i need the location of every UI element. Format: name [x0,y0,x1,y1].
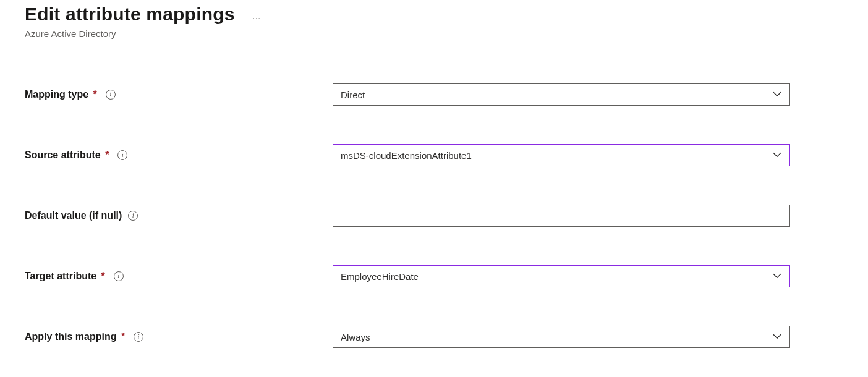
row-default-value: Default value (if null) i [25,205,868,227]
required-marker: * [105,150,109,160]
row-apply-mapping: Apply this mapping * i Always [25,326,868,348]
info-icon[interactable]: i [134,332,143,342]
label-mapping-type: Mapping type [25,89,88,100]
required-marker: * [93,89,97,100]
mapping-type-select[interactable]: Direct [333,83,790,106]
label-source-attribute: Source attribute [25,150,101,160]
chevron-down-icon [772,271,782,281]
info-icon[interactable]: i [106,90,116,100]
label-apply-mapping: Apply this mapping [25,331,116,342]
source-attribute-value: msDS-cloudExtensionAttribute1 [341,150,472,161]
breadcrumb-subtitle: Azure Active Directory [25,28,868,39]
mapping-type-value: Direct [341,90,365,100]
chevron-down-icon [772,150,782,159]
target-attribute-select[interactable]: EmployeeHireDate [333,265,790,287]
label-default-value: Default value (if null) [25,210,122,221]
target-attribute-value: EmployeeHireDate [341,271,419,282]
label-target-attribute: Target attribute [25,271,96,281]
info-icon[interactable]: i [114,271,124,281]
apply-mapping-select[interactable]: Always [333,326,790,348]
row-target-attribute: Target attribute * i EmployeeHireDate [25,265,868,287]
source-attribute-select[interactable]: msDS-cloudExtensionAttribute1 [333,144,790,166]
row-mapping-type: Mapping type * i Direct [25,83,868,106]
required-marker: * [121,331,125,342]
default-value-input[interactable] [333,205,790,227]
more-actions-button[interactable]: … [252,12,262,20]
chevron-down-icon [772,89,782,99]
form: Mapping type * i Direct Source attribute… [25,83,868,348]
info-icon[interactable]: i [128,211,138,221]
row-source-attribute: Source attribute * i msDS-cloudExtension… [25,144,868,166]
page-title: Edit attribute mappings [25,4,235,25]
info-icon[interactable]: i [117,150,127,160]
chevron-down-icon [772,331,782,341]
required-marker: * [101,271,105,281]
apply-mapping-value: Always [341,332,370,342]
